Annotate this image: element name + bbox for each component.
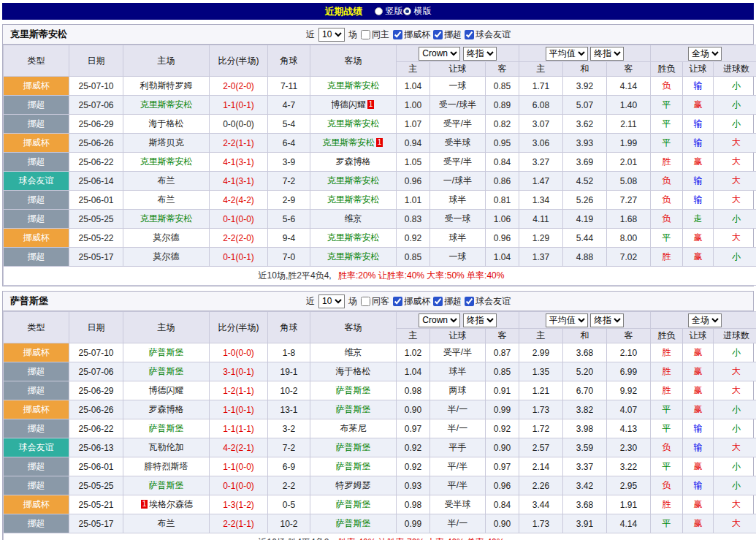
match-score[interactable]: 0-1(0-1) <box>210 248 268 267</box>
team-name[interactable]: 海于格松 <box>149 118 184 129</box>
team-name[interactable]: 莫尔德 <box>153 232 180 243</box>
match-score[interactable]: 2-2(1-1) <box>210 134 268 153</box>
match-score[interactable]: 4-1(3-1) <box>210 153 268 172</box>
odds-time-select[interactable]: 终指 <box>463 47 497 61</box>
league-checkbox[interactable] <box>393 297 402 306</box>
team-name[interactable]: 萨普斯堡 <box>149 347 184 357</box>
team-name[interactable]: 萨普斯堡 <box>336 461 371 471</box>
team-name[interactable]: 克里斯蒂安松 <box>327 175 380 186</box>
match-score[interactable]: 1-0(0-0) <box>210 343 268 362</box>
team-name[interactable]: 布兰 <box>158 194 175 205</box>
team-name[interactable]: 斯塔贝克 <box>149 137 184 148</box>
match-score[interactable]: 1-1(0-1) <box>210 400 268 419</box>
team-name[interactable]: 罗森博格 <box>336 156 371 167</box>
odds-source-select[interactable]: Crown <box>419 313 460 327</box>
avg-odds-select[interactable]: 平均值 <box>546 47 588 61</box>
team-name[interactable]: 维京 <box>345 347 362 357</box>
match-score[interactable]: 1-2(1-1) <box>210 381 268 400</box>
odds-source-select[interactable]: Crown <box>419 47 460 61</box>
match-type-badge: 挪威杯 <box>4 343 69 362</box>
scope-select[interactable]: 全场 <box>688 47 722 61</box>
league-checkbox[interactable] <box>465 297 474 306</box>
match-score[interactable]: 2-2(1-1) <box>210 514 268 533</box>
same-venue-checkbox[interactable] <box>361 297 370 306</box>
team-name[interactable]: 克里斯蒂安松 <box>140 156 193 167</box>
match-score[interactable]: 0-0(0-0) <box>210 115 268 134</box>
team-name[interactable]: 克里斯蒂安松 <box>327 232 380 243</box>
match-score[interactable]: 4-1(3-1) <box>210 172 268 191</box>
team-name[interactable]: 布莱尼 <box>340 423 367 433</box>
team-name[interactable]: 萨普斯堡 <box>149 480 184 490</box>
home-team-cell: 萨普斯堡 <box>123 476 210 495</box>
home-team-cell: 萨普斯堡 <box>123 343 210 362</box>
team-name[interactable]: 莫尔德 <box>153 251 180 262</box>
result-win-draw-loss: 胜 <box>651 248 683 267</box>
team-name[interactable]: 利勒斯特罗姆 <box>140 80 193 91</box>
match-score[interactable]: 1-3(1-2) <box>210 495 268 514</box>
result-goals: 小 <box>714 476 756 495</box>
league-filter[interactable]: 挪威杯 <box>393 28 430 41</box>
match-score[interactable]: 1-1(1-1) <box>210 419 268 438</box>
team-name[interactable]: 瓦勒伦加 <box>149 442 184 452</box>
match-score[interactable]: 4-2(2-1) <box>210 438 268 457</box>
team-name[interactable]: 萨普斯堡 <box>149 366 184 376</box>
odds-time-select[interactable]: 终指 <box>463 313 497 327</box>
handicap-home-odds: 0.92 <box>397 438 430 457</box>
scope-select[interactable]: 全场 <box>688 313 722 327</box>
team-name[interactable]: 萨普斯堡 <box>336 442 371 452</box>
team-name[interactable]: 罗森博格 <box>149 404 184 414</box>
team-name[interactable]: 克里斯蒂安松 <box>322 137 375 148</box>
same-venue-checkbox[interactable] <box>361 30 370 39</box>
team-name[interactable]: 萨普斯堡 <box>336 385 371 395</box>
league-filter[interactable]: 挪超 <box>433 28 462 41</box>
team-name[interactable]: 布兰 <box>158 175 175 186</box>
league-filter[interactable]: 挪威杯 <box>393 295 430 308</box>
match-count-select[interactable]: 10 <box>318 28 345 42</box>
team-name[interactable]: 萨普斯堡 <box>149 423 184 433</box>
avg-odds-select[interactable]: 平均值 <box>546 313 588 327</box>
team-name[interactable]: 克里斯蒂安松 <box>327 251 380 262</box>
team-name[interactable]: 克里斯蒂安松 <box>140 99 193 110</box>
layout-radio-option[interactable]: 横版 <box>403 5 432 18</box>
league-checkbox[interactable] <box>433 30 443 39</box>
team-name[interactable]: 克里斯蒂安松 <box>327 118 380 129</box>
handicap-away-odds: 0.96 <box>486 476 519 495</box>
league-checkbox[interactable] <box>393 30 402 39</box>
corner-score: 1-8 <box>268 343 310 362</box>
team-name[interactable]: 克里斯蒂安松 <box>327 194 380 205</box>
layout-radio-option[interactable]: 竖版 <box>375 5 403 18</box>
match-score[interactable]: 2-0(2-0) <box>210 77 268 96</box>
league-filter[interactable]: 球会友谊 <box>465 28 511 41</box>
recent-results-page: 近期战绩 竖版横版 克里斯蒂安松 近 10 场 同主 挪威杯挪超球会友谊 <box>0 0 756 540</box>
team-name[interactable]: 萨普斯堡 <box>336 499 371 509</box>
avg-time-select[interactable]: 终指 <box>590 313 624 327</box>
match-score[interactable]: 0-1(0-0) <box>210 210 268 229</box>
team-name[interactable]: 克里斯蒂安松 <box>140 213 193 224</box>
match-score[interactable]: 4-2(4-2) <box>210 191 268 210</box>
team-name[interactable]: 萨普斯堡 <box>336 404 371 414</box>
team-name[interactable]: 萨普斯堡 <box>336 518 371 528</box>
avg-time-select[interactable]: 终指 <box>590 47 624 61</box>
team-name[interactable]: 博德闪耀 <box>331 99 366 110</box>
league-filter[interactable]: 挪超 <box>433 295 462 308</box>
team-name[interactable]: 特罗姆瑟 <box>336 480 371 490</box>
match-score[interactable]: 3-1(0-1) <box>210 362 268 381</box>
team-name[interactable]: 腓特烈斯塔 <box>145 461 188 471</box>
team-name[interactable]: 海于格松 <box>336 366 371 376</box>
match-score[interactable]: 0-1(0-0) <box>210 476 268 495</box>
team-name[interactable]: 维京 <box>345 213 362 224</box>
team-name[interactable]: 布兰 <box>158 518 175 528</box>
team-name[interactable]: 博德闪耀 <box>149 385 184 395</box>
match-score[interactable]: 2-2(2-0) <box>210 229 268 248</box>
match-score[interactable]: 1-1(0-0) <box>210 457 268 476</box>
handicap-home-odds: 1.04 <box>397 362 430 381</box>
same-venue-filter[interactable]: 同主 <box>361 28 389 41</box>
match-count-select[interactable]: 10 <box>318 294 345 308</box>
same-venue-filter[interactable]: 同客 <box>361 295 389 308</box>
match-score[interactable]: 1-1(0-1) <box>210 96 268 115</box>
team-name[interactable]: 克里斯蒂安松 <box>327 80 380 91</box>
league-filter[interactable]: 球会友谊 <box>465 295 511 308</box>
league-checkbox[interactable] <box>433 297 443 306</box>
league-checkbox[interactable] <box>465 30 474 39</box>
team-name[interactable]: 埃格尔森德 <box>149 499 193 509</box>
